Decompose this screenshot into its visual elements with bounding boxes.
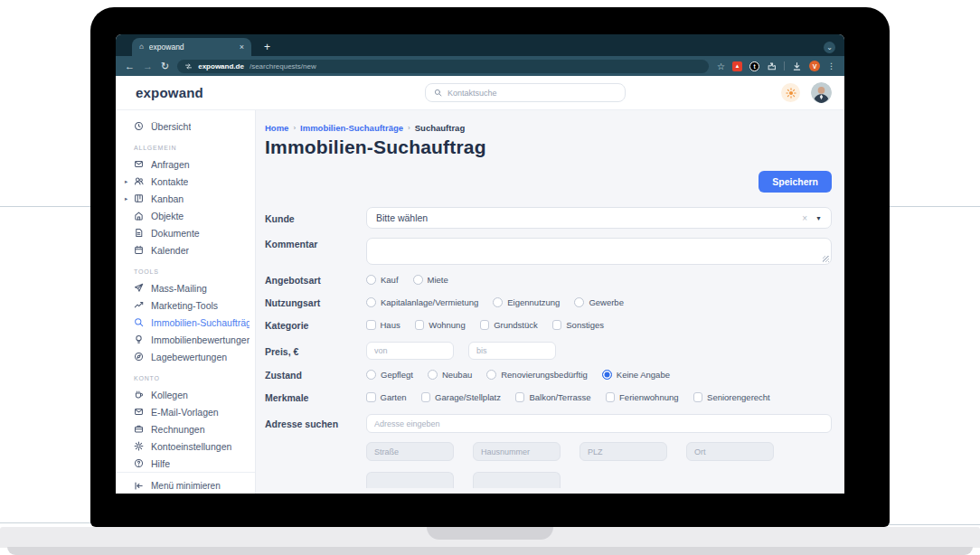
contact-search[interactable]: [425, 83, 626, 102]
radio-control[interactable]: [574, 297, 584, 307]
mail-icon: [134, 159, 144, 169]
radio-control[interactable]: [366, 275, 376, 285]
radio-option[interactable]: Miete: [413, 275, 448, 285]
sidebar-item[interactable]: Immobilien-Suchaufträge: [116, 314, 255, 331]
extensions-puzzle-icon[interactable]: [767, 61, 777, 71]
tab-search-icon[interactable]: ⌄: [824, 42, 835, 53]
checkbox-option[interactable]: Grundstück: [480, 320, 538, 330]
sidebar-item[interactable]: E-Mail-Vorlagen: [116, 403, 255, 420]
sidebar-item[interactable]: Rechnungen: [116, 420, 255, 437]
checkbox-control[interactable]: [421, 392, 431, 402]
compass-icon: [134, 352, 144, 362]
checkbox-option[interactable]: Haus: [366, 320, 400, 330]
radio-option[interactable]: Eigennutzung: [493, 297, 560, 307]
browser-profile-avatar[interactable]: V: [809, 61, 820, 71]
sidebar-item[interactable]: Immobilienbewertungen: [116, 331, 255, 348]
resize-grip-icon[interactable]: [823, 256, 829, 262]
checkbox-control[interactable]: [693, 392, 703, 402]
radio-control[interactable]: [486, 370, 496, 380]
sidebar-item[interactable]: Anfragen: [116, 155, 255, 173]
sidebar-item-label: Kontakte: [151, 176, 188, 187]
collapse-menu-button[interactable]: Menü minimieren: [116, 472, 255, 494]
radio-option[interactable]: Kauf: [366, 275, 399, 285]
preis-bis-input[interactable]: [468, 342, 556, 360]
menu-dots-icon[interactable]: ⋮: [827, 61, 835, 71]
checkbox-option[interactable]: Garten: [366, 392, 407, 402]
sidebar-item[interactable]: Objekte: [116, 207, 255, 224]
option-label: Balkon/Terrasse: [529, 392, 590, 402]
checkbox-option[interactable]: Sonstiges: [552, 320, 604, 330]
dark-extension-icon[interactable]: t: [749, 61, 759, 71]
sidebar-item-uebersicht[interactable]: Übersicht: [116, 118, 255, 135]
adresse-suchen-input[interactable]: [366, 414, 832, 433]
radio-control[interactable]: [413, 275, 423, 285]
tab-title: expowand: [149, 42, 234, 52]
radio-control[interactable]: [428, 370, 438, 380]
checkbox-control[interactable]: [415, 320, 425, 330]
sidebar-item[interactable]: ▸Kontakte: [116, 173, 255, 190]
radio-control[interactable]: [493, 297, 503, 307]
download-icon[interactable]: [792, 61, 802, 71]
radio-option[interactable]: Renovierungsbedürftig: [486, 370, 588, 380]
sidebar-item[interactable]: Kollegen: [116, 386, 255, 403]
checkbox-control[interactable]: [366, 392, 376, 402]
radio-control[interactable]: [602, 370, 612, 380]
checkbox-control[interactable]: [515, 392, 525, 402]
contact-search-input[interactable]: [448, 89, 617, 98]
radio-control[interactable]: [366, 297, 376, 307]
checkbox-control[interactable]: [552, 320, 562, 330]
chevron-right-icon[interactable]: ▸: [125, 178, 127, 185]
kunde-select[interactable]: Bitte wählen×▼: [366, 207, 832, 229]
forward-icon[interactable]: →: [143, 61, 153, 71]
checkbox-control[interactable]: [480, 320, 490, 330]
checkbox-option[interactable]: Wohnung: [415, 320, 466, 330]
checkbox-option[interactable]: Garage/Stellplatz: [421, 392, 501, 402]
radio-control[interactable]: [366, 370, 376, 380]
checkbox-option[interactable]: Seniorengerecht: [693, 392, 770, 402]
sidebar-section-title: KONTO: [134, 375, 255, 381]
app-logo[interactable]: expowand: [136, 85, 269, 100]
browser-tab[interactable]: ⌂ expowand ×: [132, 38, 251, 56]
sidebar-item[interactable]: Kalender: [116, 241, 255, 259]
field-label: Kunde: [265, 212, 366, 224]
field-label: Kategorie: [265, 319, 366, 331]
checkbox-control[interactable]: [606, 392, 616, 402]
bookmark-star-icon[interactable]: ☆: [717, 61, 725, 71]
radio-option[interactable]: Gewerbe: [574, 297, 624, 307]
coffee-icon: [134, 390, 144, 400]
reload-icon[interactable]: ↻: [161, 61, 169, 71]
theme-toggle-sun-icon[interactable]: [781, 83, 800, 102]
close-icon[interactable]: ×: [240, 42, 244, 52]
pdf-extension-icon[interactable]: ▲: [732, 61, 742, 71]
browser-toolbar: ← → ↻ expowand.de/searchrequests/new ☆ ▲…: [116, 56, 844, 76]
checkbox-option[interactable]: Balkon/Terrasse: [515, 392, 591, 402]
breadcrumb: Home›Immobilien-Suchaufträge›Suchauftrag: [265, 123, 832, 133]
radio-option[interactable]: Kapitalanlage/Vermietung: [366, 297, 478, 307]
kommentar-textarea[interactable]: [366, 238, 832, 265]
option-label: Seniorengerecht: [707, 392, 770, 402]
field-label: Adresse suchen: [265, 418, 366, 429]
back-icon[interactable]: ←: [125, 61, 135, 71]
checkbox-control[interactable]: [366, 320, 376, 330]
url-bar[interactable]: expowand.de/searchrequests/new: [177, 60, 709, 73]
sidebar-item[interactable]: Marketing-Tools: [116, 296, 255, 314]
breadcrumb-link[interactable]: Immobilien-Suchaufträge: [300, 123, 403, 133]
clear-icon[interactable]: ×: [802, 213, 807, 223]
radio-option[interactable]: Neubau: [428, 370, 472, 380]
sidebar-item[interactable]: Mass-Mailing: [116, 279, 255, 296]
sidebar-item[interactable]: Kontoeinstellungen: [116, 437, 255, 455]
sidebar-item-label: Lagebewertungen: [151, 352, 227, 362]
sidebar-item[interactable]: ▸Kanban: [116, 190, 255, 207]
new-tab-button[interactable]: +: [264, 41, 270, 53]
radio-option[interactable]: Gepflegt: [366, 370, 413, 380]
checkbox-option[interactable]: Ferienwohnung: [606, 392, 679, 402]
preis-von-input[interactable]: [366, 342, 454, 360]
breadcrumb-link[interactable]: Home: [265, 123, 288, 133]
sidebar-item[interactable]: Dokumente: [116, 224, 255, 241]
chevron-right-icon[interactable]: ▸: [125, 195, 127, 202]
sidebar-item[interactable]: Lagebewertungen: [116, 348, 255, 365]
sidebar-item[interactable]: Hilfe: [116, 455, 255, 472]
user-avatar[interactable]: [811, 82, 832, 103]
radio-option[interactable]: Keine Angabe: [602, 370, 670, 380]
save-button[interactable]: Speichern: [759, 171, 832, 193]
